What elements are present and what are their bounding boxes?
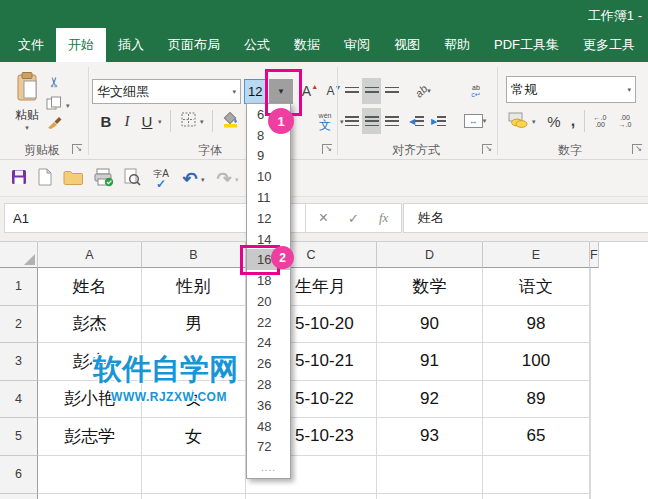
row-header-5[interactable]: 5 (0, 418, 38, 456)
row-header-3[interactable]: 3 (0, 343, 38, 381)
ribbon-tab-审阅[interactable]: 审阅 (332, 28, 382, 62)
select-all-corner[interactable] (0, 242, 38, 268)
fill-color-button[interactable] (218, 108, 244, 134)
font-size-option-24[interactable]: 24 (247, 333, 290, 354)
font-size-option-20[interactable]: 20 (247, 291, 290, 312)
ribbon-tab-帮助[interactable]: 帮助 (432, 28, 482, 62)
cell-E5[interactable]: 65 (483, 418, 590, 456)
font-size-option-72[interactable]: 72 (247, 437, 290, 458)
row-header-1[interactable]: 1 (0, 268, 38, 306)
cell-E2[interactable]: 98 (483, 306, 590, 344)
cell-F2[interactable] (590, 306, 591, 344)
alignment-dialog-launcher-icon[interactable]: ↘ (482, 144, 492, 154)
align-middle-button[interactable] (362, 78, 381, 104)
spell-check-button[interactable]: 字A ✓ (149, 167, 173, 191)
cell-E6[interactable] (483, 456, 590, 494)
ribbon-tab-视图[interactable]: 视图 (382, 28, 432, 62)
ribbon-tab-文件[interactable]: 文件 (6, 28, 56, 62)
decrease-indent-button[interactable]: ◀ (406, 108, 427, 134)
font-size-option-48[interactable]: 48 (247, 416, 290, 437)
column-header-A[interactable]: A (38, 242, 142, 268)
font-size-option-10[interactable]: 10 (247, 166, 290, 187)
insert-function-icon[interactable]: fx (379, 210, 388, 226)
percent-style-button[interactable]: % (544, 108, 564, 134)
wrap-text-button[interactable]: abc↵ (462, 78, 490, 104)
print-button[interactable] (91, 168, 115, 190)
cell-F4[interactable] (590, 381, 591, 419)
orientation-button[interactable]: ab▾ (410, 78, 436, 104)
font-size-option-26[interactable]: 26 (247, 353, 290, 374)
row-header-6[interactable]: 6 (0, 456, 38, 494)
new-document-button[interactable] (34, 168, 56, 190)
cell-B5[interactable]: 女 (142, 418, 246, 456)
italic-button[interactable]: I (119, 108, 135, 134)
cell-E3[interactable]: 100 (483, 343, 590, 381)
format-painter-button[interactable] (44, 115, 64, 133)
row-header-2[interactable]: 2 (0, 306, 38, 344)
enter-check-icon[interactable]: ✓ (348, 211, 359, 226)
font-size-option-36[interactable]: 36 (247, 395, 290, 416)
cell-A6[interactable] (38, 456, 142, 494)
row-header-4[interactable]: 4 (0, 381, 38, 419)
align-bottom-button[interactable] (382, 78, 401, 104)
comma-style-button[interactable]: , (566, 108, 580, 134)
cell-A5[interactable]: 彭志学 (38, 418, 142, 456)
ribbon-tab-页面布局[interactable]: 页面布局 (156, 28, 232, 62)
ribbon-tab-更多工具[interactable]: 更多工具 (571, 28, 647, 62)
cell-D6[interactable] (377, 456, 483, 494)
merge-center-button[interactable]: ↔ ▾ (460, 108, 490, 134)
font-size-more-options[interactable]: .... (247, 457, 290, 478)
cell-F6[interactable] (590, 456, 591, 494)
cell-A4[interactable]: 彭小艳 (38, 381, 142, 419)
open-button[interactable] (61, 169, 85, 189)
increase-indent-button[interactable]: ▶ (428, 108, 449, 134)
bold-button[interactable]: B (96, 108, 116, 134)
underline-button[interactable]: U (138, 108, 156, 134)
redo-button[interactable]: ↷ (214, 168, 234, 190)
redo-caret[interactable]: ▾ (235, 176, 239, 184)
cell-D1[interactable]: 数学 (377, 268, 483, 306)
copy-dropdown-caret[interactable]: ▾ (66, 102, 70, 110)
accounting-format-button[interactable] (506, 108, 530, 134)
cell-A2[interactable]: 彭杰 (38, 306, 142, 344)
cell-D3[interactable]: 91 (377, 343, 483, 381)
ribbon-tab-PDF工具集[interactable]: PDF工具集 (482, 28, 571, 62)
cut-button[interactable]: ✂ (44, 72, 64, 92)
clipboard-dialog-launcher-icon[interactable]: ↘ (72, 144, 82, 154)
font-size-option-22[interactable]: 22 (247, 312, 290, 333)
cell-F1[interactable] (590, 268, 591, 306)
column-header-F[interactable]: F (590, 242, 599, 268)
number-dialog-launcher-icon[interactable]: ↘ (632, 144, 642, 154)
number-format-combo[interactable]: 常规 ▾ (506, 76, 636, 103)
align-center-button[interactable] (362, 108, 381, 134)
font-size-option-12[interactable]: 12 (247, 208, 290, 229)
cell-A1[interactable]: 姓名 (38, 268, 142, 306)
cell-A[interactable] (38, 494, 142, 499)
cell-D[interactable] (377, 494, 483, 499)
paste-button[interactable]: 粘贴 ▾ (8, 70, 46, 132)
cell-E1[interactable]: 语文 (483, 268, 590, 306)
font-name-combo[interactable]: 华文细黑 ▾ (92, 79, 241, 104)
phonetic-guide-button[interactable]: wén 文 (312, 108, 338, 134)
cell-B6[interactable] (142, 456, 246, 494)
cell-D2[interactable]: 90 (377, 306, 483, 344)
ribbon-tab-开始[interactable]: 开始 (56, 28, 106, 62)
column-header-B[interactable]: B (142, 242, 246, 268)
cell-C[interactable] (246, 494, 377, 499)
cell-B3[interactable] (142, 343, 246, 381)
save-button[interactable] (8, 168, 30, 190)
ribbon-tab-数据[interactable]: 数据 (282, 28, 332, 62)
column-header-D[interactable]: D (377, 242, 483, 268)
cell-A3[interactable]: 彭小 (38, 343, 142, 381)
underline-caret[interactable]: ▾ (158, 118, 162, 126)
cell-B1[interactable]: 性别 (142, 268, 246, 306)
cell-E4[interactable]: 89 (483, 381, 590, 419)
cell-E[interactable] (483, 494, 590, 499)
align-top-button[interactable] (342, 78, 361, 104)
ribbon-tab-插入[interactable]: 插入 (106, 28, 156, 62)
align-left-button[interactable] (342, 108, 361, 134)
undo-caret[interactable]: ▾ (201, 176, 205, 184)
cell-D4[interactable]: 92 (377, 381, 483, 419)
cell-B[interactable] (142, 494, 246, 499)
accounting-caret[interactable]: ▾ (532, 118, 536, 126)
